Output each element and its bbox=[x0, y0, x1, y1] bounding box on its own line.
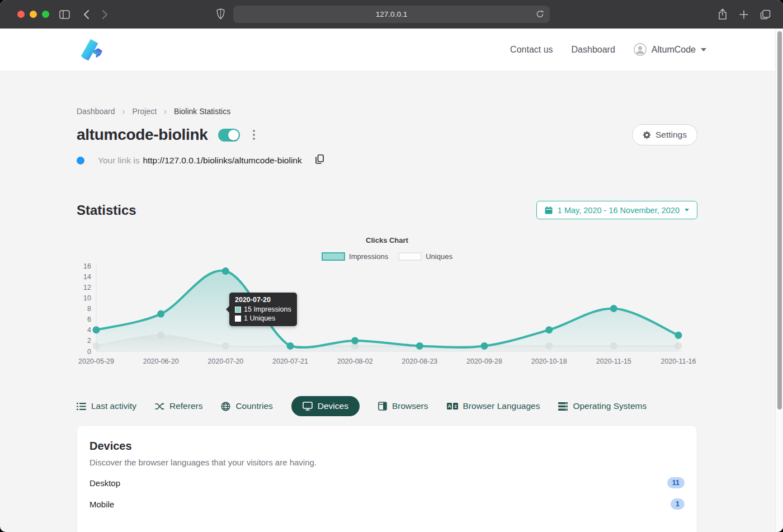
device-row-desktop: Desktop 11 bbox=[89, 477, 685, 488]
device-label: Mobile bbox=[89, 500, 114, 509]
nav-link-contact-us[interactable]: Contact us bbox=[510, 45, 553, 55]
breadcrumb: Dashboard › Project › Biolink Statistics bbox=[77, 106, 697, 116]
link-label: Your link is bbox=[98, 156, 139, 166]
svg-text:z: z bbox=[454, 403, 456, 409]
legend-item-uniques[interactable]: Uniques bbox=[398, 252, 452, 261]
count-badge: 1 bbox=[671, 498, 685, 510]
url-text: 127.0.0.1 bbox=[376, 10, 407, 18]
link-row: Your link is http://127.0.0.1/biolinks/a… bbox=[77, 154, 697, 166]
tooltip-uniques-swatch bbox=[235, 316, 241, 322]
svg-text:4: 4 bbox=[87, 326, 91, 334]
tab-browser-languages[interactable]: A z Browser Languages bbox=[447, 396, 540, 416]
main-content: Dashboard › Project › Biolink Statistics… bbox=[0, 106, 783, 532]
minimize-window-button[interactable] bbox=[30, 11, 37, 18]
breadcrumb-separator: › bbox=[122, 106, 125, 116]
device-label: Desktop bbox=[89, 478, 120, 488]
biolink-url[interactable]: http://127.0.0.1/biolinks/altumcode-biol… bbox=[143, 156, 301, 166]
tab-overview-icon[interactable] bbox=[760, 10, 771, 20]
devices-card-title: Devices bbox=[89, 440, 685, 453]
site-nav: Contact us Dashboard AltumCode bbox=[510, 43, 706, 56]
nav-link-dashboard[interactable]: Dashboard bbox=[572, 45, 615, 55]
gear-icon bbox=[643, 131, 651, 139]
svg-text:2020-09-28: 2020-09-28 bbox=[466, 357, 502, 365]
sidebar-icon[interactable] bbox=[59, 10, 70, 19]
breadcrumb-separator: › bbox=[164, 106, 167, 116]
date-range-button[interactable]: 1 May, 2020 - 16 November, 2020 bbox=[536, 201, 697, 219]
count-badge: 11 bbox=[667, 477, 685, 488]
browser-chrome: 127.0.0.1 bbox=[0, 0, 783, 29]
chart-tooltip: 2020-07-20 15 Impressions 1 Uniques bbox=[229, 293, 297, 326]
svg-text:A: A bbox=[447, 403, 451, 409]
back-icon[interactable] bbox=[83, 10, 89, 20]
scrollbar-track[interactable] bbox=[775, 29, 783, 532]
shuffle-icon bbox=[155, 402, 164, 411]
legend-label: Uniques bbox=[426, 252, 452, 261]
address-bar[interactable]: 127.0.0.1 bbox=[233, 6, 550, 23]
tab-label: Last activity bbox=[91, 401, 136, 411]
avatar bbox=[634, 43, 647, 56]
chevron-down-icon bbox=[685, 209, 689, 211]
clicks-chart[interactable]: 02468101214162020-05-292020-06-202020-07… bbox=[77, 263, 697, 370]
tab-browsers[interactable]: Browsers bbox=[378, 396, 428, 416]
tab-last-activity[interactable]: Last activity bbox=[77, 396, 136, 416]
status-dot bbox=[77, 157, 84, 164]
tab-operating-systems[interactable]: Operating Systems bbox=[558, 396, 647, 416]
traffic-lights bbox=[17, 11, 49, 18]
devices-card: Devices Discover the browser languages t… bbox=[77, 425, 697, 532]
date-range-label: 1 May, 2020 - 16 November, 2020 bbox=[558, 206, 680, 215]
breadcrumb-dashboard[interactable]: Dashboard bbox=[77, 107, 115, 116]
scrollbar-thumb[interactable] bbox=[777, 31, 782, 409]
tab-label: Devices bbox=[318, 401, 348, 411]
tab-label: Countries bbox=[235, 401, 272, 411]
shield-icon[interactable] bbox=[216, 8, 225, 20]
zoom-window-button[interactable] bbox=[42, 11, 49, 18]
svg-text:6: 6 bbox=[87, 316, 91, 323]
settings-button[interactable]: Settings bbox=[632, 124, 697, 145]
svg-text:2020-11-15: 2020-11-15 bbox=[596, 357, 631, 365]
breadcrumb-project[interactable]: Project bbox=[133, 107, 157, 116]
enabled-toggle[interactable] bbox=[218, 129, 240, 142]
device-row-mobile: Mobile 1 bbox=[89, 498, 685, 510]
tooltip-date: 2020-07-20 bbox=[235, 296, 291, 304]
tab-label: Operating Systems bbox=[573, 401, 647, 411]
title-row: altumcode-biolink Settings bbox=[77, 124, 697, 145]
svg-text:10: 10 bbox=[83, 294, 91, 302]
globe-icon bbox=[221, 402, 230, 411]
tab-label: Browser Languages bbox=[463, 401, 540, 411]
reload-icon[interactable] bbox=[536, 10, 544, 18]
copy-icon[interactable] bbox=[315, 154, 324, 166]
svg-text:2020-06-20: 2020-06-20 bbox=[143, 357, 179, 365]
statistics-tabs: Last activity Referers Countries bbox=[77, 396, 697, 416]
user-menu[interactable]: AltumCode bbox=[634, 43, 706, 56]
tab-referers[interactable]: Referers bbox=[155, 396, 202, 416]
user-name: AltumCode bbox=[652, 45, 696, 55]
share-icon[interactable] bbox=[718, 8, 728, 20]
tab-label: Browsers bbox=[392, 401, 428, 411]
legend-item-impressions[interactable]: Impressions bbox=[322, 252, 388, 261]
tab-devices[interactable]: Devices bbox=[291, 396, 360, 416]
chart-title: Clicks Chart bbox=[77, 236, 697, 244]
kebab-menu-icon[interactable] bbox=[253, 130, 255, 140]
svg-text:12: 12 bbox=[83, 284, 91, 291]
calendar-icon bbox=[545, 206, 553, 214]
close-window-button[interactable] bbox=[17, 11, 25, 18]
tab-countries[interactable]: Countries bbox=[221, 396, 272, 416]
svg-text:2020-10-18: 2020-10-18 bbox=[531, 357, 567, 365]
new-tab-icon[interactable] bbox=[739, 10, 749, 20]
chevron-down-icon bbox=[701, 48, 706, 51]
svg-text:16: 16 bbox=[83, 262, 91, 270]
breadcrumb-biolink-statistics: Biolink Statistics bbox=[174, 107, 230, 116]
chart-legend: Impressions Uniques bbox=[77, 252, 697, 261]
clicks-chart-section: Clicks Chart Impressions Uniques 0246810… bbox=[77, 236, 697, 370]
svg-text:2: 2 bbox=[87, 337, 91, 345]
page-title: altumcode-biolink bbox=[77, 126, 207, 144]
site-header: Contact us Dashboard AltumCode bbox=[0, 29, 783, 70]
altumcode-logo[interactable] bbox=[77, 36, 105, 64]
svg-text:2020-11-16: 2020-11-16 bbox=[661, 357, 696, 365]
svg-text:0: 0 bbox=[87, 348, 91, 356]
translate-icon: A z bbox=[447, 402, 458, 410]
uniques-swatch bbox=[398, 252, 422, 261]
tooltip-impressions-swatch bbox=[235, 307, 241, 313]
forward-icon bbox=[102, 10, 108, 20]
statistics-heading: Statistics bbox=[77, 203, 136, 218]
